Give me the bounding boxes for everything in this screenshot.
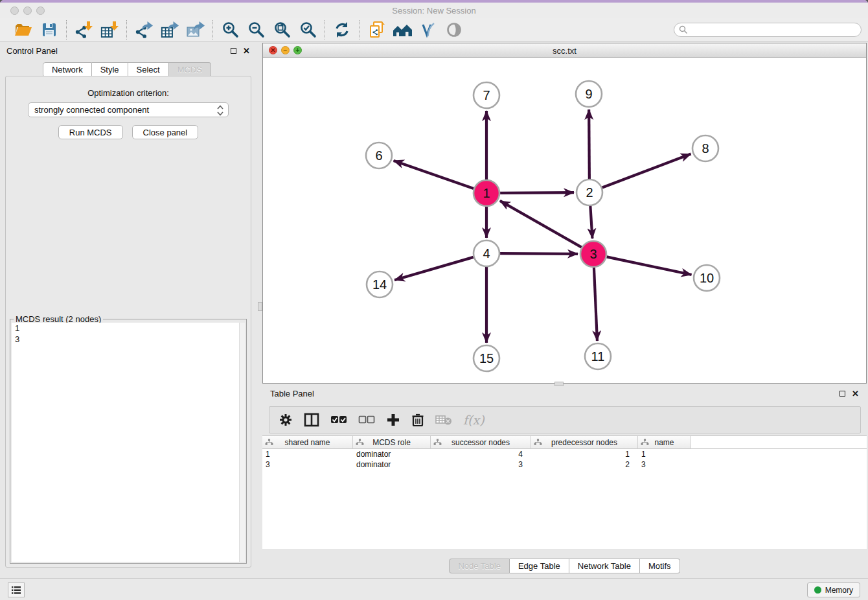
edge-3-11[interactable]: [594, 268, 597, 341]
column-header-predecessor-nodes[interactable]: predecessor nodes: [531, 436, 638, 448]
optimization-criterion-label: Optimization criterion:: [6, 88, 251, 98]
control-panel-title: Control Panel: [6, 46, 58, 56]
column-header-mcds-role[interactable]: MCDS role: [353, 436, 431, 448]
edge-4-14[interactable]: [394, 257, 474, 280]
cell-shared-name[interactable]: 1: [262, 449, 353, 459]
edge-1-6[interactable]: [394, 161, 474, 189]
window-title: Session: New Session: [0, 6, 868, 16]
zoom-selected-icon[interactable]: [297, 20, 318, 40]
delete-table-icon[interactable]: [435, 414, 452, 426]
network-window-title: scc.txt: [263, 46, 866, 56]
cell-successor-nodes[interactable]: 3: [431, 459, 531, 470]
toggle-graphics-details-icon[interactable]: [444, 20, 464, 40]
function-builder-icon[interactable]: f(x): [463, 413, 485, 427]
cell-mcds-role[interactable]: dominator: [353, 449, 431, 459]
new-network-from-selection-icon[interactable]: [366, 20, 387, 40]
export-image-icon[interactable]: [185, 20, 206, 40]
network-canvas[interactable]: 7968124314101511: [263, 58, 866, 383]
network-graph[interactable]: 7968124314101511: [263, 58, 866, 383]
zoom-out-icon[interactable]: [246, 20, 266, 40]
cell-predecessor-nodes[interactable]: 2: [531, 459, 638, 470]
mcds-panel: Optimization criterion: strongly connect…: [5, 76, 251, 568]
cell-mcds-role[interactable]: dominator: [353, 459, 431, 470]
mcds-result-node[interactable]: 1: [12, 323, 245, 334]
edge-3-1[interactable]: [500, 201, 582, 248]
close-panel-button[interactable]: Close panel: [132, 125, 199, 139]
cell-name[interactable]: 3: [638, 459, 691, 470]
table-header: shared nameMCDS rolesuccessor nodesprede…: [262, 436, 867, 449]
tab-select[interactable]: Select: [128, 62, 169, 77]
tab-network[interactable]: Network: [43, 62, 92, 77]
graph-node-label-8: 8: [702, 141, 709, 156]
deselect-all-checkboxes-icon[interactable]: [358, 415, 375, 425]
settings-icon[interactable]: [279, 413, 293, 427]
cell-successor-nodes[interactable]: 4: [431, 449, 531, 459]
table-row[interactable]: 3dominator323: [262, 459, 867, 470]
table-toolbar: f(x): [269, 406, 861, 433]
function-builder-label: f(x): [463, 413, 485, 427]
tab-motifs[interactable]: Motifs: [640, 559, 680, 573]
run-mcds-button[interactable]: Run MCDS: [58, 125, 123, 139]
export-table-icon[interactable]: [159, 20, 180, 40]
zoom-fit-icon[interactable]: [271, 20, 292, 40]
column-header-shared-name[interactable]: shared name: [262, 436, 353, 448]
column-header-successor-nodes[interactable]: successor nodes: [431, 436, 531, 448]
toolbar-group: [213, 20, 325, 40]
select-all-checkboxes-icon[interactable]: [330, 415, 347, 425]
cell-shared-name[interactable]: 3: [262, 459, 353, 470]
tab-network-table[interactable]: Network Table: [569, 559, 640, 573]
split-panel-icon[interactable]: [304, 413, 319, 427]
toolbar-group: [325, 20, 359, 40]
export-network-icon[interactable]: [133, 20, 154, 40]
edge-3-10[interactable]: [607, 257, 692, 275]
memory-button[interactable]: Memory: [807, 583, 860, 597]
hide-selected-icon[interactable]: [418, 20, 439, 40]
graph-node-label-6: 6: [375, 148, 382, 163]
table-panel-float-icon[interactable]: [839, 391, 845, 397]
edge-2-8[interactable]: [602, 154, 691, 188]
table-panel-close-icon[interactable]: ✕: [852, 391, 859, 397]
import-table-icon[interactable]: [99, 20, 120, 40]
graph-node-label-7: 7: [483, 88, 490, 102]
zoom-in-icon[interactable]: [220, 20, 240, 40]
search-icon: [679, 25, 688, 34]
result-scrollbar[interactable]: [239, 323, 245, 562]
control-panel-float-icon[interactable]: [231, 48, 236, 54]
graph-node-label-3: 3: [589, 247, 597, 261]
vertical-splitter-knob[interactable]: [258, 302, 262, 311]
save-session-icon[interactable]: [39, 20, 60, 40]
task-history-button[interactable]: [8, 583, 25, 597]
edge-2-9[interactable]: [589, 110, 589, 179]
search-input[interactable]: [674, 23, 862, 37]
tab-style[interactable]: Style: [92, 62, 128, 77]
open-session-icon[interactable]: [13, 20, 34, 40]
tab-node-table[interactable]: Node Table: [449, 559, 510, 573]
mcds-result-list[interactable]: 13: [12, 323, 245, 562]
tab-mcds[interactable]: MCDS: [169, 62, 211, 77]
column-header-name[interactable]: name: [638, 436, 691, 448]
tab-edge-table[interactable]: Edge Table: [510, 559, 569, 573]
cell-name[interactable]: 1: [638, 449, 691, 459]
edge-2-3[interactable]: [590, 206, 592, 238]
add-row-icon[interactable]: [386, 413, 400, 427]
first-neighbors-icon[interactable]: [392, 20, 413, 40]
refresh-view-icon[interactable]: [332, 20, 352, 40]
edge-4-3[interactable]: [500, 253, 578, 254]
horizontal-splitter-knob[interactable]: [554, 382, 564, 386]
import-network-icon[interactable]: [73, 20, 94, 40]
cell-predecessor-nodes[interactable]: 1: [531, 449, 638, 459]
network-window-titlebar[interactable]: ✕ − + scc.txt: [263, 43, 866, 58]
delete-rows-icon[interactable]: [411, 413, 424, 427]
mcds-result-node[interactable]: 3: [12, 334, 245, 345]
mcds-result-group: MCDS result (2 nodes) 13: [10, 319, 247, 564]
edge-1-2[interactable]: [500, 192, 574, 193]
table-body: 1dominator4113dominator323: [262, 449, 867, 470]
table-row[interactable]: 1dominator411: [262, 449, 867, 459]
graph-node-label-2: 2: [586, 185, 593, 200]
graph-node-label-4: 4: [483, 246, 490, 260]
toolbar-group: [360, 20, 471, 40]
graph-node-label-14: 14: [372, 277, 387, 292]
optimization-criterion-select[interactable]: strongly connected component: [28, 102, 229, 117]
main-toolbar: [0, 18, 868, 41]
control-panel-close-icon[interactable]: ✕: [243, 48, 250, 54]
